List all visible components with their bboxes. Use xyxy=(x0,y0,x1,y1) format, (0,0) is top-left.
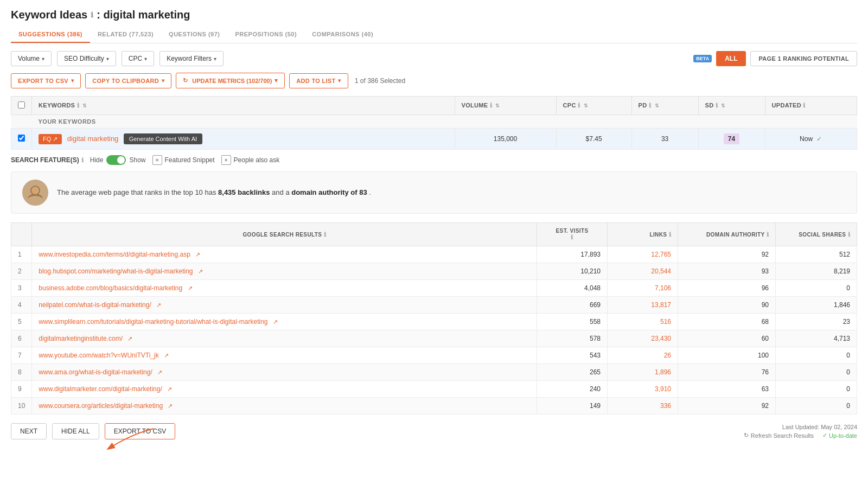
url-link[interactable]: www.investopedia.com/terms/d/digital-mar… xyxy=(39,251,190,258)
links-cell[interactable]: 12,765 xyxy=(608,246,678,263)
pd-header[interactable]: PD ℹ ⇅ xyxy=(631,97,698,115)
social-shares-cell: 8,219 xyxy=(776,263,857,280)
updated-header-label: UPDATED xyxy=(772,102,801,109)
search-features-toggle[interactable] xyxy=(106,155,126,165)
fq-badge[interactable]: FQ ↗ xyxy=(39,134,62,144)
table-row: 5 www.simplilearn.com/tutorials/digital-… xyxy=(11,314,857,330)
copy-clipboard-button[interactable]: COPY TO CLIPBOARD ▾ xyxy=(85,73,171,88)
links-label: LINKS xyxy=(649,232,667,238)
domain-authority-cell: 60 xyxy=(678,330,776,347)
featured-checkbox-cell[interactable] xyxy=(11,129,32,150)
featured-updated: Now ✓ xyxy=(765,129,857,150)
search-features-info-icon[interactable]: ℹ xyxy=(81,157,84,164)
url-link[interactable]: blog.hubspot.com/marketing/what-is-digit… xyxy=(39,267,193,275)
external-link-icon[interactable]: ↗ xyxy=(156,302,161,308)
search-features-text: SEARCH FEATURE(S) xyxy=(11,156,79,164)
cpc-header[interactable]: CPC ℹ ⇅ xyxy=(556,97,631,115)
url-link[interactable]: neilpatel.com/what-is-digital-marketing/ xyxy=(39,301,151,309)
updated-info-icon[interactable]: ℹ xyxy=(803,102,805,109)
add-to-list-label: ADD TO LIST xyxy=(296,78,335,84)
pd-info-icon[interactable]: ℹ xyxy=(649,102,651,109)
volume-info-icon[interactable]: ℹ xyxy=(490,102,492,109)
update-metrics-button[interactable]: ↻ UPDATE METRICS (102/700) ▾ xyxy=(176,73,285,88)
page-title: Keyword Ideas xyxy=(11,9,87,21)
url-cell: business.adobe.com/blog/basics/digital-m… xyxy=(32,280,537,297)
est-visits-info-icon[interactable]: ℹ xyxy=(571,234,573,241)
external-link-icon[interactable]: ↗ xyxy=(167,386,172,392)
url-link[interactable]: www.youtube.com/watch?v=WUniTVTi_jk xyxy=(39,352,158,359)
featured-keyword-link[interactable]: digital marketing xyxy=(67,135,119,143)
links-cell[interactable]: 1,896 xyxy=(608,364,678,381)
keywords-header[interactable]: KEYWORDS ℹ ⇅ xyxy=(32,97,455,115)
links-cell[interactable]: 26 xyxy=(608,347,678,364)
page1-ranking-button[interactable]: PAGE 1 RANKING POTENTIAL xyxy=(750,51,857,66)
url-link[interactable]: digitalmarketinginstitute.com/ xyxy=(39,335,123,342)
external-link-icon[interactable]: ↗ xyxy=(164,352,169,359)
volume-header[interactable]: VOLUME ℹ ⇅ xyxy=(455,97,556,115)
url-link[interactable]: www.simplilearn.com/tutorials/digital-ma… xyxy=(39,318,267,326)
featured-checkbox[interactable] xyxy=(18,135,25,142)
links-cell[interactable]: 23,430 xyxy=(608,330,678,347)
update-metrics-label: UPDATE METRICS (102/700) xyxy=(192,78,272,84)
select-all-header[interactable] xyxy=(11,97,32,115)
external-link-icon[interactable]: ↗ xyxy=(168,403,173,409)
url-link[interactable]: www.coursera.org/articles/digital-market… xyxy=(39,402,163,410)
sd-header-label: SD xyxy=(705,102,714,109)
pd-sort-arrows[interactable]: ⇅ xyxy=(655,103,659,109)
tab-comparisons[interactable]: COMPARISONS (40) xyxy=(304,27,381,43)
external-link-icon[interactable]: ↗ xyxy=(157,369,162,375)
keywords-sort-arrows[interactable]: ⇅ xyxy=(82,103,87,109)
external-link-icon[interactable]: ↗ xyxy=(198,268,203,275)
table-row: 1 www.investopedia.com/terms/d/digital-m… xyxy=(11,246,857,263)
ss-info-icon[interactable]: ℹ xyxy=(848,231,850,238)
refresh-button[interactable]: ↻ Refresh Search Results xyxy=(744,432,814,439)
keyword-filters-filter[interactable]: Keyword Filters ▾ xyxy=(159,51,224,66)
links-info-icon[interactable]: ℹ xyxy=(669,231,671,238)
all-button[interactable]: ALL xyxy=(716,51,746,66)
cpc-sort-arrows[interactable]: ⇅ xyxy=(584,103,588,109)
social-shares-cell: 0 xyxy=(776,347,857,364)
export-csv-bottom-button[interactable]: EXPORT TO CSV xyxy=(105,423,175,439)
external-link-icon[interactable]: ↗ xyxy=(127,335,132,342)
keywords-info-icon[interactable]: ℹ xyxy=(77,102,79,109)
links-cell[interactable]: 13,817 xyxy=(608,297,678,314)
url-link[interactable]: business.adobe.com/blog/basics/digital-m… xyxy=(39,284,182,292)
gsr-info-icon[interactable]: ℹ xyxy=(324,231,326,238)
hide-all-button[interactable]: HIDE ALL xyxy=(52,423,99,439)
add-to-list-button[interactable]: ADD TO LIST ▾ xyxy=(289,73,348,88)
external-link-icon[interactable]: ↗ xyxy=(188,285,193,291)
title-info-icon[interactable]: ℹ xyxy=(91,11,93,19)
links-cell[interactable]: 3,910 xyxy=(608,381,678,398)
tab-related[interactable]: RELATED (77,523) xyxy=(90,27,161,43)
generate-content-ai-button[interactable]: Generate Content With AI xyxy=(124,133,202,144)
select-all-checkbox[interactable] xyxy=(18,101,25,109)
sd-info-icon[interactable]: ℹ xyxy=(716,102,718,109)
links-cell[interactable]: 20,544 xyxy=(608,263,678,280)
social-shares-cell: 0 xyxy=(776,381,857,398)
bottom-bar: NEXT HIDE ALL EXPORT TO CSV Last Updated… xyxy=(11,414,857,444)
url-link[interactable]: www.digitalmarketer.com/digital-marketin… xyxy=(39,385,162,393)
cpc-info-icon[interactable]: ℹ xyxy=(578,102,580,109)
tab-suggestions[interactable]: SUGGESTIONS (386) xyxy=(11,27,90,43)
tab-questions[interactable]: QUESTIONS (97) xyxy=(161,27,227,43)
seo-difficulty-filter[interactable]: SEO Difficulty ▾ xyxy=(57,51,116,66)
links-cell[interactable]: 7,106 xyxy=(608,280,678,297)
external-link-icon[interactable]: ↗ xyxy=(195,251,200,258)
sd-header[interactable]: SD ℹ ⇅ xyxy=(698,97,765,115)
updated-checkmark: ✓ xyxy=(816,135,822,143)
next-button[interactable]: NEXT xyxy=(11,423,47,439)
da-info-icon[interactable]: ℹ xyxy=(767,231,769,238)
volume-sort-arrows[interactable]: ⇅ xyxy=(495,103,500,109)
links-cell[interactable]: 336 xyxy=(608,398,678,414)
table-row: 6 digitalmarketinginstitute.com/ ↗ 578 2… xyxy=(11,330,857,347)
url-link[interactable]: www.ama.org/what-is-digital-marketing/ xyxy=(39,368,152,376)
table-row: 2 blog.hubspot.com/marketing/what-is-dig… xyxy=(11,263,857,280)
selected-count: 1 of 386 Selected xyxy=(355,77,405,85)
external-link-icon[interactable]: ↗ xyxy=(273,318,278,325)
links-cell[interactable]: 516 xyxy=(608,314,678,330)
sd-sort-arrows[interactable]: ⇅ xyxy=(721,103,725,109)
cpc-filter[interactable]: CPC ▾ xyxy=(122,51,154,66)
export-csv-button[interactable]: EXPORT TO CSV ▾ xyxy=(11,73,81,88)
tab-prepositions[interactable]: PREPOSITIONS (50) xyxy=(227,27,304,43)
volume-filter[interactable]: Volume ▾ xyxy=(11,51,52,66)
